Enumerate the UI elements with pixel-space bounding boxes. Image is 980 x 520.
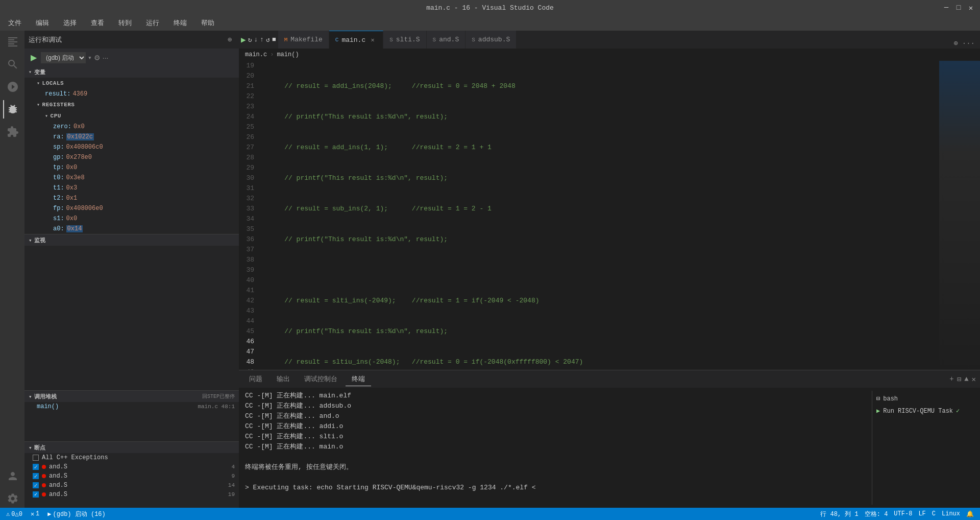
tab-main-c[interactable]: C main.c ✕ xyxy=(329,31,383,49)
terminal-bash-item[interactable]: ⊟ bash xyxy=(876,393,970,405)
terminal-tab-output[interactable]: 输出 xyxy=(271,372,296,386)
reg-t2-item: t2: 0x1 xyxy=(24,193,239,203)
bp-and4-checkbox[interactable]: ✓ xyxy=(33,464,39,470)
settings-icon[interactable] xyxy=(3,489,21,508)
menu-file[interactable]: 文件 xyxy=(5,17,24,29)
callstack-main-item[interactable]: main() main.c 48:1 xyxy=(24,402,239,411)
variables-section-header[interactable]: ▾ 变量 xyxy=(24,66,239,78)
status-platform[interactable]: Linux xyxy=(940,510,962,518)
bp-and-4[interactable]: ✓ and.S 4 xyxy=(24,462,239,471)
callstack-header[interactable]: ▾ 调用堆栈 回STEP已整停 xyxy=(24,391,239,402)
code-line-19: // result = addi_ins(2048); //result = 0… xyxy=(264,81,939,91)
search-icon[interactable] xyxy=(3,55,21,74)
menu-goto[interactable]: 转到 xyxy=(115,17,135,29)
stop-button[interactable]: ■ xyxy=(272,36,276,43)
breakpoints-header[interactable]: ▾ 断点 xyxy=(24,442,239,453)
bp-left: ✓ and.S xyxy=(33,472,67,480)
terminal-tab-terminal[interactable]: 终端 xyxy=(346,372,371,386)
menu-select[interactable]: 选择 xyxy=(60,17,80,29)
account-icon[interactable] xyxy=(3,467,21,485)
terminal-split-button[interactable]: ⊟ xyxy=(957,375,961,384)
callstack-label: 调用堆栈 xyxy=(34,393,57,400)
bp-cpp-checkbox[interactable] xyxy=(33,455,39,461)
git-icon[interactable] xyxy=(3,78,21,96)
status-encoding[interactable]: UTF-8 xyxy=(892,510,914,518)
menu-edit[interactable]: 编辑 xyxy=(33,17,52,29)
registers-label: Registers xyxy=(42,102,75,108)
menu-run[interactable]: 运行 xyxy=(143,17,162,29)
terminal-tab-problems[interactable]: 问题 xyxy=(243,372,268,386)
status-warnings[interactable]: ✕ 1 xyxy=(29,510,41,518)
bp-and-19[interactable]: ✓ and.S 19 xyxy=(24,490,239,499)
step-out-button[interactable]: ↑ xyxy=(260,36,264,43)
bp-count: 9 xyxy=(231,473,235,479)
terminal-main[interactable]: CC -[M] 正在构建... main.elf CC -[M] 正在构建...… xyxy=(245,391,868,505)
tab-slti-s[interactable]: S slti.S xyxy=(383,31,426,49)
explorer-icon[interactable] xyxy=(3,33,21,51)
bp-and-9[interactable]: ✓ and.S 9 xyxy=(24,471,239,481)
code-container[interactable]: 19 20 21 22 23 24 25 26 27 28 29 30 31 3… xyxy=(239,61,939,370)
extensions-icon[interactable] xyxy=(3,123,21,141)
bp-caret-icon: ▾ xyxy=(29,444,32,451)
bp-and9-checkbox[interactable]: ✓ xyxy=(33,473,39,479)
tab-addsub-s[interactable]: S addsub.S xyxy=(465,31,517,49)
debug-chevron-down-icon[interactable]: ▾ xyxy=(88,54,92,62)
status-debug-session[interactable]: ▶ (gdb) 启动 (16) xyxy=(45,510,107,518)
variables-caret-icon: ▾ xyxy=(29,69,32,75)
tab-and-s[interactable]: S and.S xyxy=(427,31,466,49)
menu-terminal[interactable]: 终端 xyxy=(170,17,190,29)
tab-main-c-close-button[interactable]: ✕ xyxy=(369,36,377,44)
debug-run-button[interactable]: ▶ xyxy=(29,53,39,62)
continue-button[interactable]: ▶ xyxy=(241,35,246,45)
restart-button[interactable]: ↺ xyxy=(266,36,270,44)
ln-43: 43 xyxy=(239,306,259,316)
debug-settings-button[interactable]: ⚙ xyxy=(94,54,101,62)
step-over-button[interactable]: ↻ xyxy=(248,36,252,44)
code-line-24: // printf("This result is:%d\n", result)… xyxy=(264,234,939,245)
bp-and19-checkbox[interactable]: ✓ xyxy=(33,491,39,498)
bp-and-14[interactable]: ✓ and.S 14 xyxy=(24,481,239,490)
menu-help[interactable]: 帮助 xyxy=(198,17,217,29)
code-line-23: // result = sub_ins(2, 1); //result = 1 … xyxy=(264,204,939,214)
terminal-sidebar: ⊟ bash ▶ Run RISCV-QEMU Task ✓ xyxy=(872,391,974,505)
maximize-button[interactable]: □ xyxy=(954,4,963,12)
debug-more-button[interactable]: ··· xyxy=(103,54,109,62)
status-line-col[interactable]: 行 48, 列 1 xyxy=(818,510,860,518)
debug-icon[interactable] xyxy=(3,100,21,119)
debug-config-select[interactable]: (gdb) 启动 xyxy=(41,52,86,63)
status-eol[interactable]: LF xyxy=(916,510,927,518)
split-editor-button[interactable]: ⊕ xyxy=(952,38,959,49)
tab-makefile[interactable]: M Makefile xyxy=(278,31,329,49)
locals-section-header[interactable]: ▾ Locals xyxy=(24,78,239,89)
code-line-22: // printf("This result is:%d\n", result)… xyxy=(264,173,939,183)
terminal-tab-debug[interactable]: 调试控制台 xyxy=(298,372,344,386)
cpu-section-header[interactable]: ▾ CPU xyxy=(24,110,239,122)
status-language[interactable]: C xyxy=(930,510,938,518)
ln-45: 45 xyxy=(239,326,259,337)
debug-new-icon[interactable]: ⊕ xyxy=(225,35,235,45)
terminal-maximize-button[interactable]: ▲ xyxy=(964,375,968,383)
status-spaces[interactable]: 空格: 4 xyxy=(863,510,890,518)
breadcrumb-file[interactable]: main.c xyxy=(245,51,267,58)
status-errors[interactable]: ⚠ 0△0 xyxy=(4,510,24,518)
minimize-button[interactable]: ─ xyxy=(942,4,950,12)
breadcrumb-func[interactable]: main() xyxy=(277,51,299,58)
bp-left: ✓ and.S xyxy=(33,491,67,498)
menu-view[interactable]: 查看 xyxy=(88,17,107,29)
status-notifications[interactable]: 🔔 xyxy=(964,510,976,518)
bp-cpp-exceptions[interactable]: All C++ Exceptions xyxy=(24,453,239,462)
more-actions-button[interactable]: ··· xyxy=(961,38,976,49)
registers-section-header[interactable]: ▾ Registers xyxy=(24,99,239,110)
ln-31: 31 xyxy=(239,183,259,194)
watch-label: 监视 xyxy=(34,237,45,244)
step-into-button[interactable]: ↓ xyxy=(254,36,258,43)
reg-a0-item: a0: 0x14 xyxy=(24,224,239,234)
reg-zero-item: zero: 0x0 xyxy=(24,122,239,132)
terminal-riscv-item[interactable]: ▶ Run RISCV-QEMU Task ✓ xyxy=(876,405,970,417)
bp-and14-checkbox[interactable]: ✓ xyxy=(33,482,39,488)
watch-header[interactable]: ▾ 监视 xyxy=(24,234,239,246)
terminal-close-button[interactable]: ✕ xyxy=(972,375,976,384)
close-button[interactable]: ✕ xyxy=(967,4,975,12)
terminal-add-button[interactable]: + xyxy=(949,375,953,383)
ln-38: 38 xyxy=(239,255,259,265)
